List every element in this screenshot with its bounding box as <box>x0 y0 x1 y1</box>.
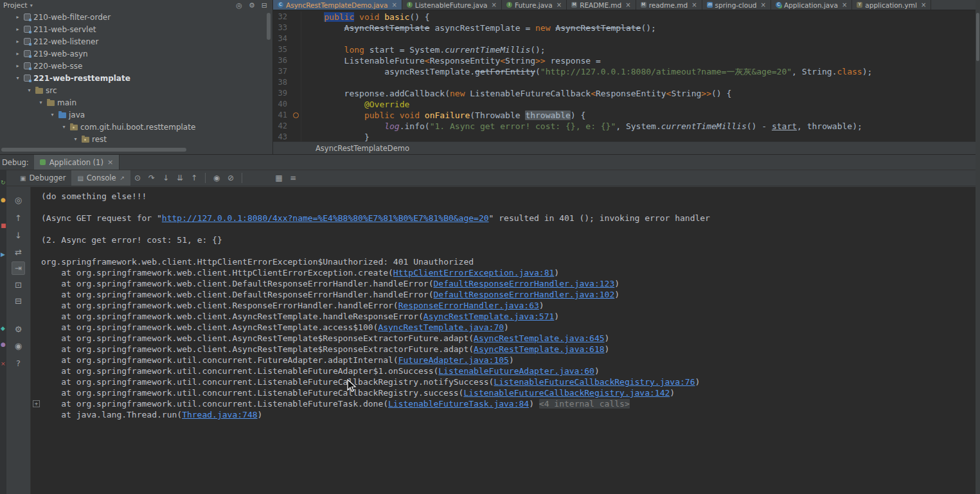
editor-tab[interactable]: mspring-cloud× <box>702 0 771 10</box>
print-icon[interactable]: ⊡ <box>12 278 25 292</box>
editor-tab[interactable]: Yapplication.yml× <box>852 0 931 10</box>
tool-tab-debugger[interactable]: ▣Debugger <box>14 170 71 186</box>
chevron-down-icon[interactable]: ▾ <box>49 112 56 118</box>
editor-tab[interactable]: IFuture.java× <box>502 0 567 10</box>
scrollbar-thumb[interactable] <box>267 13 271 40</box>
debug-session-tab[interactable]: Application (1) × <box>34 155 120 170</box>
tree-item-210-web-filter-order[interactable]: ▸210-web-filter-order <box>0 11 262 23</box>
stack-trace-link[interactable]: HttpClientErrorException.java:81 <box>393 268 554 278</box>
close-tab-icon[interactable]: × <box>761 1 766 8</box>
mute-breakpoints-icon[interactable]: ⊘ <box>224 173 238 182</box>
code-text[interactable]: AsyncRestTemplate asyncRestTemplate = ne… <box>304 22 980 33</box>
scrollbar-thumb[interactable] <box>976 13 979 61</box>
stack-trace-link[interactable]: DefaultResponseErrorHandler.java:123 <box>433 279 614 288</box>
tree-item-221-web-resttemplate[interactable]: ▾221-web-resttemplate <box>0 72 262 84</box>
code-text[interactable]: response.addCallback(new ListenableFutur… <box>304 88 980 99</box>
stack-trace-link[interactable]: ResponseErrorHandler.java:63 <box>398 301 539 310</box>
code-text[interactable] <box>304 77 980 88</box>
code-text[interactable]: log.info("1. Async get error! cost: {}, … <box>304 121 980 132</box>
chevron-down-icon[interactable]: ▾ <box>26 87 33 93</box>
editor-scrollbar[interactable] <box>976 0 980 494</box>
stack-trace-link[interactable]: ListenableFutureTask.java:84 <box>388 399 529 409</box>
settings-menu-icon[interactable]: ≡ <box>286 173 300 182</box>
pin-icon[interactable]: ◉ <box>12 339 25 353</box>
chevron-right-icon[interactable]: ▸ <box>14 26 21 32</box>
get-thread-dump-icon[interactable]: ◆ <box>1 325 5 331</box>
stack-trace-link[interactable]: Thread.java:748 <box>182 410 257 419</box>
code-text[interactable]: long start = System.currentTimeMillis(); <box>304 44 980 55</box>
stack-trace-link[interactable]: FutureAdapter.java:105 <box>398 355 509 365</box>
tree-item-java[interactable]: ▾java <box>0 109 262 121</box>
project-view-selector[interactable]: Project ▾ <box>3 1 33 10</box>
clear-all-icon[interactable]: ⊟ <box>12 294 25 308</box>
tree-item-main[interactable]: ▾main <box>0 96 262 109</box>
scroll-from-source-icon[interactable]: ◎ <box>236 1 242 10</box>
close-icon[interactable]: × <box>107 158 113 166</box>
step-over-icon[interactable]: ↷ <box>145 173 159 182</box>
rerun-icon[interactable]: ↻ <box>1 179 6 186</box>
mute-renderers-icon[interactable]: ● <box>1 341 6 348</box>
close-session-icon[interactable]: × <box>1 360 6 367</box>
soft-wrap-icon[interactable]: ⇄ <box>12 245 25 259</box>
chevron-right-icon[interactable]: ▸ <box>14 51 21 57</box>
chevron-right-icon[interactable]: ▸ <box>14 39 21 44</box>
stack-trace-link[interactable]: ListenableFutureAdapter.java:60 <box>438 366 594 376</box>
code-text[interactable]: public void onFailure(Throwable throwabl… <box>304 110 980 121</box>
show-execution-point-icon[interactable]: ⊙ <box>130 173 145 182</box>
step-out-icon[interactable]: ↑ <box>187 173 201 182</box>
close-tab-icon[interactable]: × <box>557 1 562 8</box>
stack-trace-link[interactable]: AsyncRestTemplate.java:645 <box>474 333 605 343</box>
stack-trace-link[interactable]: DefaultResponseErrorHandler.java:102 <box>433 290 614 299</box>
tree-item-211-web-servlet[interactable]: ▸211-web-servlet <box>0 23 262 35</box>
code-text[interactable]: asyncRestTemplate.getForEntity("http://1… <box>304 66 980 77</box>
stack-trace-link[interactable]: ListenableFutureCallbackRegistry.java:76 <box>494 377 695 387</box>
code-text[interactable]: @Override <box>304 99 980 110</box>
chevron-down-icon[interactable]: ▾ <box>72 136 79 142</box>
stack-trace-link[interactable]: http://127.0.0.1:8080/4xx?name=%E4%B8%80… <box>162 213 489 223</box>
code-text[interactable]: } <box>304 132 980 141</box>
editor-tab[interactable]: CAsyncRestTemplateDemo.java× <box>273 0 402 10</box>
chevron-right-icon[interactable]: ▸ <box>14 14 21 20</box>
tree-item-src[interactable]: ▾src <box>0 84 262 96</box>
resume-icon[interactable]: ▶ <box>1 251 5 258</box>
tree-item-220-web-sse[interactable]: ▸220-web-sse <box>0 60 262 72</box>
tree-item-rest[interactable]: ▾rest <box>0 133 262 145</box>
tree-item-219-web-asyn[interactable]: ▸219-web-asyn <box>0 48 262 60</box>
code-text[interactable]: ListenableFuture<ResponseEntity<String>>… <box>304 55 980 66</box>
code-editor[interactable]: 32public void basic() {33AsyncRestTempla… <box>273 10 980 141</box>
force-step-into-icon[interactable]: ⇊ <box>173 173 187 182</box>
breadcrumb[interactable]: AsyncRestTemplateDemo <box>316 144 409 153</box>
chevron-down-icon[interactable]: ▾ <box>37 100 44 105</box>
stack-trace-link[interactable]: ListenableFutureCallbackRegistry.java:14… <box>463 388 670 398</box>
settings-gear-icon[interactable]: ⚙ <box>12 322 25 336</box>
restore-layout-icon[interactable]: ▦ <box>272 173 286 182</box>
code-text[interactable] <box>304 33 980 44</box>
code-text[interactable]: public void basic() { <box>304 12 980 22</box>
close-tab-icon[interactable]: × <box>842 1 847 8</box>
up-stack-trace-icon[interactable]: ↑ <box>12 211 25 225</box>
close-tab-icon[interactable]: × <box>391 1 396 8</box>
view-breakpoints-icon[interactable]: ◉ <box>209 173 224 182</box>
editor-tab[interactable]: IListenableFuture.java× <box>402 0 502 10</box>
hot-swap-icon[interactable]: ● <box>1 197 6 203</box>
scrollbar-thumb[interactable] <box>1 148 186 152</box>
settings-gear-icon[interactable]: ⚙ <box>249 1 255 10</box>
tree-item-212-web-listener[interactable]: ▸212-web-listener <box>0 35 262 48</box>
close-tab-icon[interactable]: × <box>921 1 926 8</box>
tree-item-com-git-hui-boot-resttemplate[interactable]: ▾com.git.hui.boot.resttemplate <box>0 121 262 133</box>
close-tab-icon[interactable]: × <box>691 1 697 8</box>
stack-trace-link[interactable]: AsyncRestTemplate.java:70 <box>378 322 504 332</box>
step-into-icon[interactable]: ↓ <box>159 173 173 182</box>
editor-tab[interactable]: Mreadme.md× <box>636 0 702 10</box>
jump-to-source-icon[interactable]: ◎ <box>12 193 25 207</box>
stop-icon[interactable]: ■ <box>1 222 6 229</box>
expand-traces-icon[interactable]: + <box>33 400 40 407</box>
editor-tab[interactable]: CApplication.java× <box>771 0 852 10</box>
collapse-all-icon[interactable]: ⊟ <box>262 1 267 10</box>
scroll-to-end-icon[interactable]: ⇥ <box>12 261 25 275</box>
chevron-right-icon[interactable]: ▸ <box>14 63 21 69</box>
chevron-down-icon[interactable]: ▾ <box>60 124 67 130</box>
close-tab-icon[interactable]: × <box>625 1 630 8</box>
console-output[interactable]: (do something else!!!(Async GET request … <box>31 187 980 494</box>
close-tab-icon[interactable]: × <box>492 1 497 8</box>
